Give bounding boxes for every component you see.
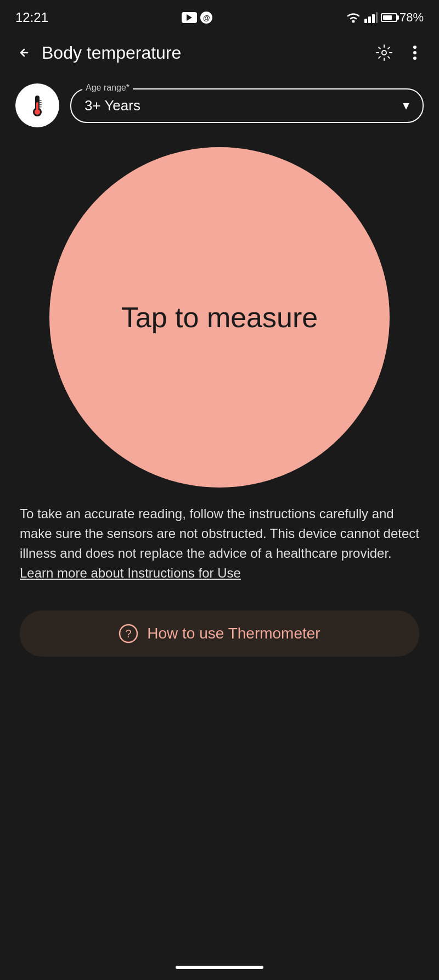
measure-circle-container: Tap to measure [0, 136, 439, 504]
svg-rect-13 [40, 100, 42, 101]
tap-to-measure-button[interactable]: Tap to measure [49, 147, 390, 488]
svg-rect-1 [364, 19, 367, 23]
age-range-label: Age range* [82, 83, 133, 93]
status-right-icons: 78% [346, 10, 424, 25]
bottom-nav-indicator [176, 966, 263, 969]
back-button[interactable] [11, 40, 37, 66]
how-to-use-container: ? How to use Thermometer [0, 600, 439, 673]
app-bar: Body temperature [0, 33, 439, 72]
question-circle-icon: ? [119, 624, 138, 643]
age-range-selector[interactable]: Age range* 3+ Years ▾ [70, 88, 424, 123]
status-time: 12:21 [15, 10, 48, 25]
threads-icon: @ [200, 12, 212, 24]
settings-button[interactable] [371, 40, 397, 66]
svg-rect-3 [372, 14, 375, 23]
info-section: To take an accurate reading, follow the … [0, 504, 439, 600]
svg-rect-16 [40, 107, 42, 108]
signal-icon [364, 12, 378, 23]
wifi-icon [346, 12, 361, 24]
svg-rect-14 [40, 102, 42, 103]
svg-point-5 [382, 51, 386, 55]
svg-point-6 [413, 46, 417, 49]
info-text: To take an accurate reading, follow the … [20, 504, 419, 583]
dropdown-chevron-icon: ▾ [403, 98, 409, 113]
svg-point-7 [413, 51, 417, 54]
battery-icon [381, 13, 397, 22]
more-options-button[interactable] [402, 40, 428, 66]
how-to-use-label: How to use Thermometer [147, 625, 320, 642]
svg-rect-15 [40, 104, 42, 105]
svg-text:?: ? [126, 628, 132, 640]
svg-point-12 [35, 109, 40, 115]
svg-rect-2 [368, 16, 371, 23]
notification-icons: @ [182, 12, 212, 24]
page-title: Body temperature [42, 43, 371, 63]
youtube-icon [182, 12, 197, 23]
measure-button-label: Tap to measure [121, 301, 318, 334]
svg-point-0 [352, 20, 354, 23]
controls-row: Age range* 3+ Years ▾ [0, 72, 439, 136]
age-range-value: 3+ Years ▾ [85, 97, 409, 114]
instructions-link[interactable]: Learn more about Instructions for Use [20, 565, 241, 580]
battery-indicator: 78% [381, 10, 424, 25]
battery-percent: 78% [399, 10, 424, 25]
thermometer-badge [15, 83, 59, 127]
svg-rect-4 [376, 12, 378, 23]
svg-point-8 [413, 57, 417, 60]
how-to-use-button[interactable]: ? How to use Thermometer [20, 611, 419, 657]
status-bar: 12:21 @ 78% [0, 0, 439, 33]
